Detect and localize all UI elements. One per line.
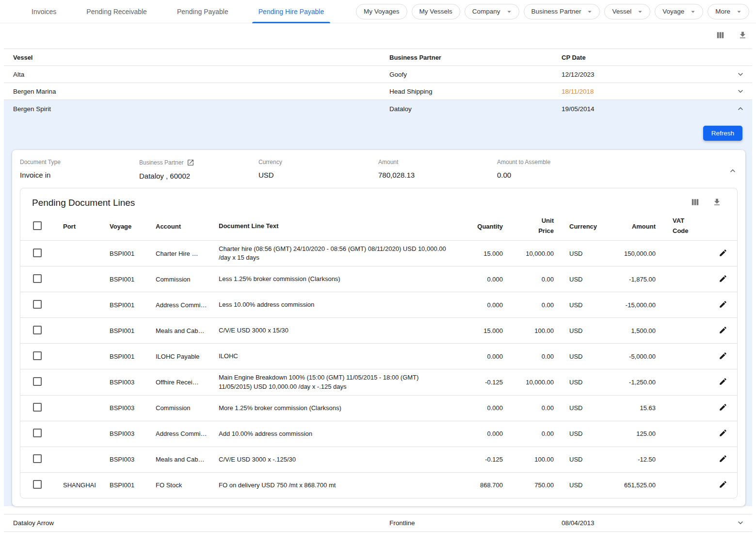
tab-invoices[interactable]: Invoices (25, 0, 63, 23)
line-amount: 1,500.00 (612, 323, 656, 338)
chip-label: Voyage (662, 8, 684, 15)
vessel-row-dataloy-arrow[interactable]: Dataloy Arrow Frontline 08/04/2013 (4, 514, 752, 532)
document-line-row[interactable]: BSPI003 Meals and Cab… C/V/E USD 3000 x … (20, 447, 737, 472)
edit-line-button[interactable] (718, 273, 728, 285)
line-account: Offhire Recei… (156, 375, 219, 390)
line-amount: -12.50 (612, 452, 656, 467)
line-vat-code (656, 352, 709, 360)
chevron-down-icon[interactable] (729, 518, 752, 528)
chevron-up-icon[interactable] (729, 104, 752, 114)
line-account: Commission (156, 400, 219, 415)
row-select-checkbox[interactable] (33, 274, 42, 283)
lines-table-header: Port Voyage Account Document Line Text Q… (20, 212, 737, 240)
chip-label: My Voyages (364, 8, 400, 15)
row-select-checkbox[interactable] (33, 249, 42, 257)
filter-chip-my-vessels[interactable]: My Vessels (412, 4, 460, 19)
row-select-checkbox[interactable] (33, 351, 42, 360)
tab-pending-payable[interactable]: Pending Payable (171, 0, 235, 23)
vessel-row-bergen-spirit[interactable]: Bergen Spirit Dataloy 19/05/2014 (4, 100, 752, 117)
field-business-partner: Business Partner Dataloy , 60002 (139, 159, 258, 180)
line-quantity: 15.000 (462, 323, 503, 338)
field-label: Amount (378, 159, 497, 166)
row-select-checkbox[interactable] (33, 454, 42, 463)
column-header-cp-date: CP Date (562, 54, 729, 61)
filter-chip-more[interactable]: More (708, 4, 749, 19)
edit-line-button[interactable] (718, 479, 728, 491)
column-settings-button[interactable] (690, 197, 701, 209)
row-select-checkbox[interactable] (33, 429, 42, 437)
line-amount: -15,000.00 (612, 298, 656, 313)
filter-chip-vessel[interactable]: Vessel (604, 4, 650, 19)
tab-pending-hire-payable[interactable]: Pending Hire Payable (252, 0, 330, 23)
line-currency: USD (554, 298, 612, 313)
line-unit-price: 0.00 (503, 298, 554, 313)
row-select-checkbox[interactable] (33, 326, 42, 334)
chevron-down-icon[interactable] (729, 69, 752, 79)
document-line-row[interactable]: BSPI001 ILOHC Payable ILOHC 0.000 0.00 U… (20, 343, 737, 369)
dropdown-arrow-icon (735, 7, 743, 16)
col-quantity: Quantity (462, 219, 503, 234)
line-voyage: BSPI001 (110, 323, 156, 338)
line-quantity: -0.125 (462, 375, 503, 390)
vessel-row-bergen-marina[interactable]: Bergen Marina Head Shipping 18/11/2018 (4, 83, 752, 100)
field-label: Business Partner (139, 159, 258, 166)
filter-chip-voyage[interactable]: Voyage (655, 4, 703, 19)
row-select-checkbox[interactable] (33, 377, 42, 386)
refresh-button[interactable]: Refresh (703, 126, 742, 141)
download-button[interactable] (737, 30, 748, 42)
chip-label: Business Partner (531, 8, 581, 15)
line-port (63, 327, 110, 334)
external-link-icon[interactable] (187, 159, 194, 166)
row-select-checkbox[interactable] (33, 403, 42, 412)
tab-label: Pending Hire Payable (258, 8, 324, 16)
line-amount: 150,000.00 (612, 246, 656, 261)
edit-line-button[interactable] (718, 325, 728, 337)
chip-label: More (715, 8, 730, 15)
line-voyage: BSPI003 (110, 452, 156, 467)
line-amount: -1,250.00 (612, 375, 656, 390)
column-settings-button[interactable] (715, 30, 726, 42)
line-port (63, 301, 110, 309)
document-line-row[interactable]: BSPI003 Address Commi… Add 10.00% addres… (20, 421, 737, 447)
row-select-checkbox[interactable] (33, 480, 42, 489)
line-unit-price: 0.00 (503, 400, 554, 415)
edit-icon (719, 377, 727, 387)
line-unit-price: 0.00 (503, 272, 554, 287)
collapse-chevron-up-icon[interactable] (728, 166, 738, 178)
document-line-row[interactable]: BSPI001 Charter Hire … Charter hire (08:… (20, 240, 737, 266)
edit-line-button[interactable] (718, 248, 728, 260)
tab-pending-receivable[interactable]: Pending Receivable (80, 0, 153, 23)
line-currency: USD (554, 272, 612, 287)
business-partner: Head Shipping (389, 88, 562, 95)
edit-line-button[interactable] (718, 350, 728, 363)
row-select-checkbox[interactable] (33, 300, 42, 309)
line-amount: 651,525.00 (612, 478, 656, 493)
edit-line-button[interactable] (718, 299, 728, 311)
edit-line-button[interactable] (718, 376, 728, 388)
field-value: Invoice in (20, 171, 139, 179)
line-unit-price: 10,000.00 (503, 246, 554, 261)
document-line-row[interactable]: SHANGHAI BSPI001 FO Stock FO on delivery… (20, 472, 737, 498)
filter-chip-my-voyages[interactable]: My Voyages (356, 4, 407, 19)
document-line-row[interactable]: BSPI003 Offhire Recei… Main Engine Break… (20, 369, 737, 395)
document-line-row[interactable]: BSPI001 Meals and Cab… C/V/E USD 3000 x … (20, 317, 737, 343)
download-button[interactable] (711, 197, 723, 209)
chevron-down-icon[interactable] (729, 86, 752, 96)
line-account: Address Commi… (156, 298, 219, 313)
field-label: Amount to Assemble (497, 159, 720, 166)
document-line-row[interactable]: BSPI003 Commission More 1.25% broker com… (20, 395, 737, 421)
line-vat-code (656, 249, 709, 257)
edit-line-button[interactable] (718, 428, 728, 440)
filter-chip-business-partner[interactable]: Business Partner (524, 4, 600, 19)
edit-line-button[interactable] (718, 453, 728, 465)
edit-line-button[interactable] (718, 402, 728, 414)
document-line-row[interactable]: BSPI001 Commission Less 1.25% broker com… (20, 266, 737, 292)
vessel-row-alta[interactable]: Alta Goofy 12/12/2023 (4, 66, 752, 83)
edit-icon (719, 300, 727, 310)
document-line-row[interactable]: BSPI001 Address Commi… Less 10.00% addre… (20, 292, 737, 317)
select-all-checkbox[interactable] (33, 221, 42, 230)
filter-chip-company[interactable]: Company (465, 4, 519, 19)
download-icon (738, 31, 747, 41)
chip-label: Company (472, 8, 500, 15)
field-value: 0.00 (497, 171, 720, 179)
